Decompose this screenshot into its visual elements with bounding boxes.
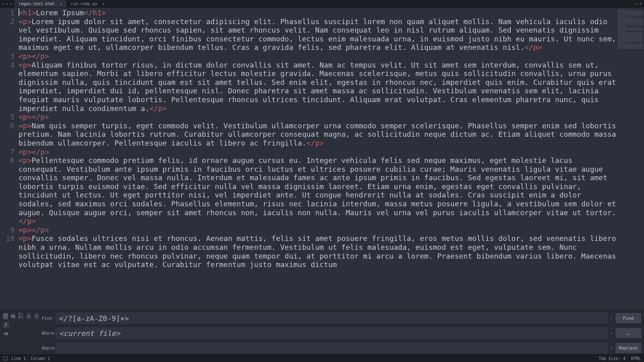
minimap[interactable] (617, 8, 644, 310)
line-number-continuation (0, 165, 14, 174)
status-selection[interactable]: Line 1, Column 1 (11, 356, 50, 361)
code-area[interactable]: <h1>Lorem Ipsum</h1><p>Lorem ipsum dolor… (18, 8, 617, 310)
in-selection-toggle[interactable]: ▭ (33, 313, 39, 320)
line-number-continuation (0, 191, 14, 200)
line-number: 1 (0, 8, 14, 17)
where-label: Where: (42, 331, 55, 335)
whole-word-toggle[interactable]: “ ” (18, 313, 24, 320)
workspace: 12 34 56 78 910 <h1>Lorem Ipsum</h1><p>L… (0, 8, 644, 310)
panel-switcher-icon[interactable] (3, 356, 7, 360)
code-line[interactable]: <p></p> (19, 52, 617, 61)
code-line[interactable]: <h1>Lorem Ipsum</h1> (19, 8, 617, 17)
code-line[interactable]: <p></p> (19, 148, 617, 156)
minimap-line (618, 20, 643, 21)
chevron-down-icon[interactable]: ▾ (640, 2, 642, 6)
line-number-continuation (0, 182, 14, 191)
preserve-case-toggle[interactable]: P (2, 321, 10, 329)
line-number-continuation (0, 35, 14, 43)
code-line[interactable]: <p>Nam quis semper turpis, eget commodo … (19, 121, 617, 148)
line-number-continuation (0, 252, 14, 261)
minimap-line (618, 32, 643, 33)
line-number: 7 (0, 148, 14, 156)
tab-label: regex-text.html (19, 2, 55, 6)
wrap-toggle[interactable]: ↻ (26, 313, 32, 320)
html-tag-token: <p> (19, 226, 32, 234)
where-input[interactable]: <current file> (55, 327, 609, 339)
minimap-line (618, 34, 643, 35)
minimap-line (618, 35, 643, 36)
line-number: 10 (0, 234, 14, 243)
html-tag-token: </h1> (84, 8, 106, 17)
html-tag-token: <p> (19, 17, 32, 26)
case-sensitive-toggle[interactable]: Aa (10, 313, 16, 320)
tab-label: run-code.py (71, 2, 97, 6)
line-number-continuation (0, 26, 14, 35)
regex-toggle[interactable]: .* (2, 313, 8, 320)
minimap-line (618, 44, 643, 45)
html-tag-token: <p> (19, 156, 32, 165)
forward-icon[interactable]: ▸ (6, 2, 8, 6)
minimap-line (618, 9, 625, 10)
new-tab-icon[interactable]: + (636, 2, 638, 6)
line-number-continuation (0, 86, 14, 95)
code-line[interactable]: <p></p> (19, 113, 617, 121)
code-line[interactable]: <p>Aliquam finibus tortor risus, in dict… (19, 61, 617, 113)
replace-input[interactable] (55, 341, 609, 354)
minimap-line (618, 31, 625, 32)
text-token: Fusce sodales ultrices nisi et rhoncus. … (19, 234, 617, 269)
highlight-toggle[interactable]: AB (2, 330, 10, 337)
where-input-value: <current file> (59, 329, 120, 337)
replace-history-dropdown[interactable]: ▾ (609, 346, 614, 350)
html-tag-token: <p> (19, 52, 32, 60)
where-history-dropdown[interactable]: ▾ (609, 331, 614, 335)
close-icon[interactable]: × (97, 2, 105, 6)
line-number-continuation (0, 260, 14, 269)
find-replace-panel: .* Aa “ ” ↻ ▭ P AB Find: </?[a-zA-Z0-9]+… (0, 310, 644, 354)
minimap-line (618, 25, 643, 25)
status-tab-size[interactable]: Tab Size: 4 (599, 356, 625, 361)
minimap-line (618, 29, 643, 29)
minimap-line (618, 21, 643, 22)
minimap-line (618, 39, 643, 39)
minimap-line (618, 48, 643, 49)
line-number-continuation (0, 104, 14, 113)
find-button[interactable]: Find (615, 313, 642, 324)
close-icon[interactable]: × (55, 2, 62, 6)
tab-history-controls: ◂ ▸ ▾ (0, 0, 14, 7)
tab-bar: ◂ ▸ ▾ regex-text.html × run-code.py × + … (0, 0, 644, 8)
text-token: Lorem Ipsum (36, 8, 84, 17)
code-line[interactable]: <p></p> (19, 226, 617, 234)
line-number-gutter: 12 34 56 78 910 (0, 8, 18, 310)
status-syntax[interactable]: HTML (631, 356, 641, 361)
html-tag-token: </p> (524, 43, 542, 51)
code-line[interactable]: <p>Fusce sodales ultrices nisi et rhoncu… (19, 234, 617, 269)
minimap-line (618, 10, 643, 11)
line-number: 9 (0, 226, 14, 234)
line-number: 8 (0, 156, 14, 165)
find-input-value: </?[a-zA-Z0-9]+> (59, 314, 129, 323)
minimap-line (618, 26, 625, 27)
minimap-line (618, 23, 643, 24)
back-icon[interactable]: ◂ (2, 2, 4, 6)
tab-run-code-py[interactable]: run-code.py × (67, 0, 109, 7)
tab-regex-text-html[interactable]: regex-text.html × (14, 0, 66, 7)
find-input[interactable]: </?[a-zA-Z0-9]+> (55, 312, 609, 325)
minimap-line (618, 17, 625, 18)
code-line[interactable]: <p>Lorem ipsum dolor sit amet, consectet… (19, 17, 617, 52)
line-number-continuation (0, 95, 14, 104)
line-number-continuation (0, 43, 14, 52)
html-tag-token: <p> (19, 113, 32, 121)
html-tag-token: </p> (149, 104, 167, 113)
status-bar: Line 1, Column 1 Tab Size: 4 HTML (0, 354, 644, 362)
chevron-down-icon[interactable]: ▾ (10, 2, 12, 6)
minimap-line (618, 14, 643, 15)
code-line[interactable]: <p>Pellentesque commodo pretium felis, i… (19, 156, 617, 226)
replace-button[interactable]: Replace (615, 342, 642, 354)
where-browse-button[interactable]: … (615, 327, 642, 339)
line-number: 4 (0, 61, 14, 70)
line-number-continuation (0, 173, 14, 182)
editor[interactable]: 12 34 56 78 910 <h1>Lorem Ipsum</h1><p>L… (0, 8, 644, 310)
find-history-dropdown[interactable]: ▾ (609, 316, 614, 320)
line-number-continuation (0, 243, 14, 252)
minimap-line (618, 18, 643, 19)
